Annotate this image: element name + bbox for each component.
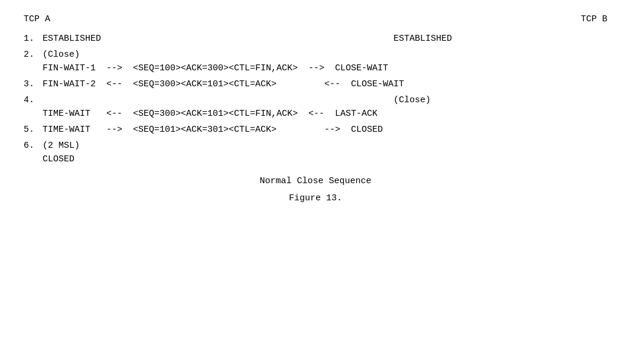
step-5-num: 5.: [24, 125, 43, 135]
caption-area: Normal Close Sequence Figure 13.: [24, 176, 607, 203]
step-5-line: 5. TIME-WAIT --> <SEQ=101><ACK=301><CTL=…: [24, 125, 607, 135]
figure-text: Figure 13.: [289, 193, 342, 203]
step-2-content-b: FIN-WAIT-1 --> <SEQ=100><ACK=300><CTL=FI…: [43, 63, 388, 73]
step-2-line-b: FIN-WAIT-1 --> <SEQ=100><ACK=300><CTL=FI…: [24, 63, 607, 73]
step-3: 3. FIN-WAIT-2 <-- <SEQ=300><ACK=101><CTL…: [24, 79, 607, 89]
step-4: 4. (Close) TIME-WAIT <-- <SEQ=300><ACK=1…: [24, 95, 607, 119]
subtitle-line: Normal Close Sequence: [24, 176, 607, 186]
step-4-content-a: (Close): [43, 95, 431, 105]
step-1-line: 1. ESTABLISHED ESTABLISHED: [24, 34, 607, 44]
step-3-num: 3.: [24, 79, 43, 89]
step-2-num: 2.: [24, 50, 43, 60]
step-2-content-a: (Close): [43, 50, 80, 60]
diagram-container: TCP A TCP B 1. ESTABLISHED ESTABLISHED 2…: [0, 0, 631, 225]
step-4-line-b: TIME-WAIT <-- <SEQ=300><ACK=101><CTL=FIN…: [24, 109, 607, 119]
step-6-line-b: CLOSED: [24, 154, 607, 164]
step-6-content-a: (2 MSL): [43, 141, 80, 151]
step-6-num: 6.: [24, 141, 43, 151]
step-5-content: TIME-WAIT --> <SEQ=101><ACK=301><CTL=ACK…: [43, 125, 383, 135]
step-6-content-b: CLOSED: [43, 154, 74, 164]
step-4-num: 4.: [24, 95, 43, 105]
header-row: TCP A TCP B: [24, 14, 607, 24]
step-5: 5. TIME-WAIT --> <SEQ=101><ACK=301><CTL=…: [24, 125, 607, 135]
step-4-line-a: 4. (Close): [24, 95, 607, 105]
figure-line: Figure 13.: [24, 193, 607, 203]
step-6-line-a: 6. (2 MSL): [24, 141, 607, 151]
subtitle-text: Normal Close Sequence: [259, 176, 371, 186]
step-1-num: 1.: [24, 34, 43, 44]
step-2-line-a: 2. (Close): [24, 50, 607, 60]
step-4-content-b: TIME-WAIT <-- <SEQ=300><ACK=101><CTL=FIN…: [43, 109, 378, 119]
tcp-a-label: TCP A: [24, 14, 50, 24]
step-6: 6. (2 MSL) CLOSED: [24, 141, 607, 164]
tcp-b-label: TCP B: [581, 14, 607, 24]
step-3-line: 3. FIN-WAIT-2 <-- <SEQ=300><ACK=101><CTL…: [24, 79, 607, 89]
step-1: 1. ESTABLISHED ESTABLISHED: [24, 34, 607, 44]
step-3-content: FIN-WAIT-2 <-- <SEQ=300><ACK=101><CTL=AC…: [43, 79, 404, 89]
step-1-content: ESTABLISHED ESTABLISHED: [43, 34, 452, 44]
step-2: 2. (Close) FIN-WAIT-1 --> <SEQ=100><ACK=…: [24, 50, 607, 73]
